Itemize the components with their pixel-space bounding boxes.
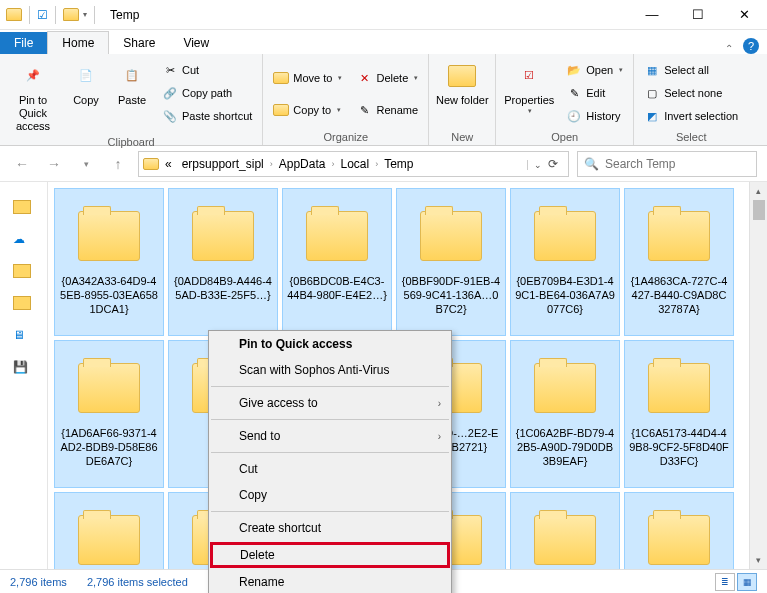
view-icons-button[interactable]: ▦: [737, 573, 757, 591]
open-button[interactable]: 📂Open▾: [562, 60, 627, 80]
tab-home[interactable]: Home: [47, 31, 109, 54]
qat-check-icon[interactable]: ☑: [37, 8, 48, 22]
chevron-right-icon: ›: [438, 431, 441, 442]
ctx-cut[interactable]: Cut: [209, 456, 451, 482]
properties-button[interactable]: ☑ Properties▾: [502, 56, 556, 116]
delete-icon: ✕: [356, 70, 372, 86]
folder-tile[interactable]: {1C06A2BF-BD79-42B5-A90D-79D0DB3B9EAF}: [510, 340, 620, 488]
moveto-button[interactable]: Move to▾: [269, 68, 346, 88]
forward-button[interactable]: →: [42, 152, 66, 176]
folder-name: {1A4863CA-727C-4427-B440-C9AD8C32787A}: [629, 275, 729, 316]
selectall-icon: ▦: [644, 62, 660, 78]
crumb-2[interactable]: Local: [336, 155, 373, 173]
paste-button[interactable]: 📋 Paste: [112, 56, 152, 107]
folder-tile[interactable]: {0B6BDC0B-E4C3-44B4-980F-E4E2…}: [282, 188, 392, 336]
invertselection-button[interactable]: ◩Invert selection: [640, 106, 742, 126]
tab-share[interactable]: Share: [109, 32, 169, 54]
scroll-up-icon: ▴: [750, 182, 767, 200]
ribbon: 📌 Pin to Quick access 📄 Copy 📋 Paste ✂Cu…: [0, 54, 767, 146]
folder-tile[interactable]: {1C6A5173-44D4-49B8-9CF2-5F8D40FD33FC}: [624, 340, 734, 488]
ctx-sendto[interactable]: Send to›: [209, 423, 451, 449]
folder-icon: [13, 264, 31, 278]
copyto-button[interactable]: Copy to▾: [269, 100, 346, 120]
group-open: ☑ Properties▾ 📂Open▾ ✎Edit 🕘History Open: [496, 54, 634, 145]
address-bar[interactable]: « erpsupport_sipl› AppData› Local› Temp …: [138, 151, 569, 177]
cut-button[interactable]: ✂Cut: [158, 60, 256, 80]
selectall-button[interactable]: ▦Select all: [640, 60, 742, 80]
folder-tile[interactable]: {0BBF90DF-91EB-4569-9C41-136A…0B7C2}: [396, 188, 506, 336]
scroll-down-icon: ▾: [750, 551, 767, 569]
folder-name: {0EB709B4-E3D1-49C1-BE64-036A7A9077C6}: [515, 275, 615, 316]
minimize-button[interactable]: —: [629, 0, 675, 30]
ctx-delete[interactable]: Delete: [210, 542, 450, 568]
recent-dropdown[interactable]: ▾: [74, 152, 98, 176]
selectnone-icon: ▢: [644, 85, 660, 101]
crumb-0[interactable]: erpsupport_sipl: [178, 155, 268, 173]
search-icon: 🔍: [584, 157, 599, 171]
folder-tile[interactable]: {0A342A33-64D9-45EB-8955-03EA6581DCA1}: [54, 188, 164, 336]
folder-tile[interactable]: {1A4863CA-727C-4427-B440-C9AD8C32787A}: [624, 188, 734, 336]
qat-dropdown-icon[interactable]: ▾: [83, 10, 87, 19]
vertical-scrollbar[interactable]: ▴ ▾: [749, 182, 767, 569]
addr-dropdown-icon[interactable]: ⌄: [527, 160, 542, 170]
close-button[interactable]: ✕: [721, 0, 767, 30]
delete-button[interactable]: ✕Delete▾: [352, 68, 422, 88]
folder-icon: [648, 515, 710, 565]
history-button[interactable]: 🕘History: [562, 106, 627, 126]
ctx-shortcut[interactable]: Create shortcut: [209, 515, 451, 541]
folder-icon: [534, 211, 596, 261]
search-input[interactable]: [605, 157, 755, 171]
title-bar: ☑ ▾ Temp — ☐ ✕: [0, 0, 767, 30]
pasteshortcut-button[interactable]: 📎Paste shortcut: [158, 106, 256, 126]
crumb-1[interactable]: AppData: [275, 155, 330, 173]
pin-icon: 📌: [17, 60, 49, 92]
newfolder-button[interactable]: New folder: [435, 56, 489, 107]
folder-icon: [78, 363, 140, 413]
selectnone-button[interactable]: ▢Select none: [640, 83, 742, 103]
folder-tile[interactable]: [624, 492, 734, 569]
ctx-copy[interactable]: Copy: [209, 482, 451, 508]
pin-button[interactable]: 📌 Pin to Quick access: [6, 56, 60, 134]
copypath-button[interactable]: 🔗Copy path: [158, 83, 256, 103]
quick-access-toolbar: ☑ ▾: [0, 6, 104, 24]
collapse-ribbon-icon[interactable]: ⌃: [715, 43, 743, 54]
navigation-bar: ← → ▾ ↑ « erpsupport_sipl› AppData› Loca…: [0, 146, 767, 182]
ctx-scan[interactable]: Scan with Sophos Anti-Virus: [209, 357, 451, 383]
copy-button[interactable]: 📄 Copy: [66, 56, 106, 107]
selected-count: 2,796 items selected: [87, 576, 188, 588]
group-new: New folder New: [429, 54, 496, 145]
folder-tile[interactable]: [54, 492, 164, 569]
folder-icon: [648, 211, 710, 261]
folder-tile[interactable]: {0EB709B4-E3D1-49C1-BE64-036A7A9077C6}: [510, 188, 620, 336]
history-icon: 🕘: [566, 108, 582, 124]
edit-button[interactable]: ✎Edit: [562, 83, 627, 103]
up-button[interactable]: ↑: [106, 152, 130, 176]
group-organize: Move to▾ Copy to▾ ✕Delete▾ ✎Rename Organ…: [263, 54, 429, 145]
rename-icon: ✎: [356, 102, 372, 118]
crumb-3[interactable]: Temp: [380, 155, 417, 173]
view-details-button[interactable]: ≣: [715, 573, 735, 591]
folder-tile[interactable]: [510, 492, 620, 569]
folder-name: {0A342A33-64D9-45EB-8955-03EA6581DCA1}: [59, 275, 159, 316]
folder-tile[interactable]: {1AD6AF66-9371-4AD2-BDB9-D58E86DE6A7C}: [54, 340, 164, 488]
scroll-thumb: [753, 200, 765, 220]
folder-icon: [420, 211, 482, 261]
tab-file[interactable]: File: [0, 32, 47, 54]
ctx-give-access[interactable]: Give access to›: [209, 390, 451, 416]
ctx-pin[interactable]: Pin to Quick access: [209, 331, 451, 357]
maximize-button[interactable]: ☐: [675, 0, 721, 30]
tab-view[interactable]: View: [169, 32, 223, 54]
folder-tile[interactable]: {0ADD84B9-A446-45AD-B33E-25F5…}: [168, 188, 278, 336]
refresh-icon[interactable]: ⟳: [548, 157, 558, 171]
group-clipboard: 📌 Pin to Quick access 📄 Copy 📋 Paste ✂Cu…: [0, 54, 263, 145]
ctx-rename[interactable]: Rename: [209, 569, 451, 593]
folder-name: {0ADD84B9-A446-45AD-B33E-25F5…}: [173, 275, 273, 303]
rename-button[interactable]: ✎Rename: [352, 100, 422, 120]
back-button[interactable]: ←: [10, 152, 34, 176]
search-box[interactable]: 🔍: [577, 151, 757, 177]
help-icon[interactable]: ?: [743, 38, 759, 54]
folder-icon: [78, 515, 140, 565]
navigation-pane[interactable]: ☁ 🖥 💾: [0, 182, 48, 569]
folder-icon: [306, 211, 368, 261]
paste-icon: 📋: [116, 60, 148, 92]
